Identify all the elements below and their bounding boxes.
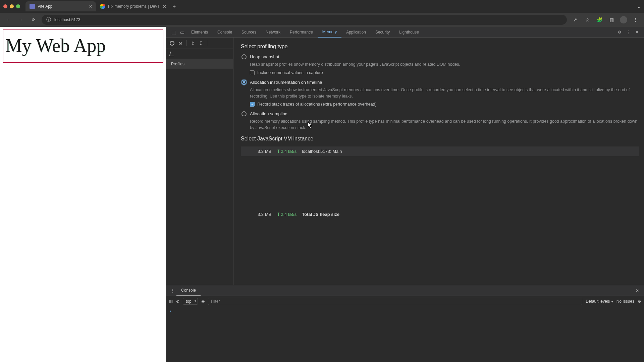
memory-panel: Select profiling type Heap snapshot Heap… bbox=[233, 38, 644, 285]
devtools: ⬚ ▭ Elements Console Sources Network Per… bbox=[166, 27, 644, 362]
radio-icon[interactable] bbox=[241, 111, 247, 116]
devtools-tab-bar: ⬚ ▭ Elements Console Sources Network Per… bbox=[166, 27, 644, 38]
reload-button[interactable]: ⟳ bbox=[29, 15, 38, 24]
checkbox-label: Record stack traces of allocations (extr… bbox=[257, 102, 377, 107]
option-label: Heap snapshot bbox=[250, 54, 279, 59]
option-description: Record memory allocations using sampling… bbox=[250, 118, 639, 131]
separator bbox=[186, 40, 187, 46]
console-drawer: ⋮ Console ✕ ▥ ⊘ top ◉ Filter Default lev… bbox=[166, 285, 644, 362]
radio-icon[interactable] bbox=[241, 54, 247, 59]
option-description: Heap snapshot profiles show memory distr… bbox=[250, 61, 639, 68]
tab-lighthouse[interactable]: Lighthouse bbox=[394, 27, 424, 38]
tab-vite-app[interactable]: Vite App ✕ bbox=[25, 1, 96, 11]
vm-name: localhost:5173: Main bbox=[302, 149, 342, 154]
drawer-tab-console[interactable]: Console bbox=[176, 285, 201, 296]
log-levels-select[interactable]: Default levels ▾ bbox=[586, 299, 613, 304]
close-tab-icon[interactable]: ✕ bbox=[163, 4, 166, 9]
checkbox-icon[interactable]: ✓ bbox=[250, 102, 255, 107]
drawer-more-icon[interactable]: ⋮ bbox=[169, 288, 176, 293]
favicon-icon bbox=[30, 4, 35, 9]
tab-network[interactable]: Network bbox=[261, 27, 285, 38]
close-window-icon[interactable] bbox=[3, 4, 7, 8]
more-icon[interactable]: ⋮ bbox=[624, 30, 633, 35]
vm-total-label: Total JS heap size bbox=[302, 212, 339, 217]
profiling-type-title: Select profiling type bbox=[241, 44, 639, 50]
settings-icon[interactable]: ⚙ bbox=[615, 30, 624, 35]
collect-garbage-icon[interactable] bbox=[169, 52, 175, 56]
tab-application[interactable]: Application bbox=[341, 27, 371, 38]
checkbox-icon[interactable] bbox=[250, 70, 255, 75]
tab-sources[interactable]: Sources bbox=[237, 27, 261, 38]
zoom-icon[interactable]: ⤢ bbox=[570, 15, 580, 25]
separator bbox=[207, 40, 207, 46]
url-text: localhost:5173 bbox=[54, 17, 80, 22]
vm-size: 3.3 MB bbox=[258, 149, 271, 154]
option-description: Allocation timelines show instrumented J… bbox=[250, 87, 639, 100]
bookmark-icon[interactable]: ☆ bbox=[582, 15, 592, 25]
tab-performance[interactable]: Performance bbox=[285, 27, 318, 38]
new-tab-button[interactable]: ＋ bbox=[170, 2, 179, 11]
console-settings-icon[interactable]: ⚙ bbox=[638, 299, 641, 304]
device-toolbar-icon[interactable]: ▭ bbox=[178, 29, 186, 35]
back-button[interactable]: ← bbox=[3, 15, 13, 24]
favicon-icon bbox=[100, 4, 105, 9]
execution-context-select[interactable]: top bbox=[183, 298, 198, 305]
filter-placeholder: Filter bbox=[211, 299, 220, 304]
clear-icon[interactable]: ⊘ bbox=[178, 41, 182, 46]
vm-total-row: 3.3 MB 2.4 kB/s Total JS heap size bbox=[241, 210, 639, 217]
vm-rate: 2.4 kB/s bbox=[277, 149, 297, 154]
zoom-window-icon[interactable] bbox=[16, 4, 20, 8]
memory-toolbar: ⊘ ↥ ↧ bbox=[166, 38, 233, 49]
side-panel-icon[interactable]: ▥ bbox=[606, 15, 616, 25]
close-devtools-icon[interactable]: ✕ bbox=[633, 30, 641, 35]
option-label: Allocation sampling bbox=[250, 111, 287, 116]
profiles-header: Profiles bbox=[166, 59, 233, 69]
address-bar[interactable]: ⓘ localhost:5173 bbox=[42, 15, 567, 25]
tab-security[interactable]: Security bbox=[371, 27, 394, 38]
tab-elements[interactable]: Elements bbox=[186, 27, 213, 38]
clear-console-icon[interactable]: ⊘ bbox=[176, 299, 179, 304]
page-heading: My Web App bbox=[3, 29, 163, 63]
site-info-icon[interactable]: ⓘ bbox=[46, 17, 51, 23]
option-allocation-sampling[interactable]: Allocation sampling Record memory alloca… bbox=[241, 111, 639, 131]
avatar[interactable] bbox=[619, 15, 629, 25]
vm-instance-title: Select JavaScript VM instance bbox=[241, 136, 639, 142]
tab-title: Vite App bbox=[38, 4, 52, 9]
console-filter-input[interactable]: Filter bbox=[208, 298, 583, 305]
tab-console[interactable]: Console bbox=[213, 27, 237, 38]
option-allocation-timeline[interactable]: Allocation instrumentation on timeline A… bbox=[241, 80, 639, 107]
vm-instance-row[interactable]: 3.3 MB 2.4 kB/s localhost:5173: Main bbox=[241, 146, 639, 156]
tab-title: Fix memory problems | DevT bbox=[108, 4, 160, 9]
forward-button: → bbox=[16, 15, 25, 24]
browser-tab-strip: Vite App ✕ Fix memory problems | DevT ✕ … bbox=[0, 0, 644, 13]
close-drawer-icon[interactable]: ✕ bbox=[633, 288, 641, 293]
console-prompt-icon[interactable]: › bbox=[170, 309, 171, 313]
record-icon[interactable] bbox=[170, 41, 174, 46]
extensions-icon[interactable]: 🧩 bbox=[594, 15, 604, 25]
live-expression-icon[interactable]: ◉ bbox=[201, 299, 205, 304]
issues-status[interactable]: No Issues bbox=[616, 299, 634, 304]
window-controls bbox=[3, 4, 20, 8]
vm-total-size: 3.3 MB bbox=[258, 212, 271, 217]
inspect-icon[interactable]: ⬚ bbox=[169, 29, 178, 35]
memory-sidebar: ⊘ ↥ ↧ Profiles bbox=[166, 38, 233, 285]
checkbox-label: Include numerical values in capture bbox=[257, 70, 323, 75]
console-sidebar-toggle-icon[interactable]: ▥ bbox=[169, 299, 173, 304]
page-preview: My Web App bbox=[0, 27, 166, 362]
vm-total-rate: 2.4 kB/s bbox=[277, 212, 297, 217]
minimize-window-icon[interactable] bbox=[10, 4, 14, 8]
tab-memory[interactable]: Memory bbox=[318, 27, 341, 38]
tab-devtools-docs[interactable]: Fix memory problems | DevT ✕ bbox=[96, 1, 170, 11]
option-label: Allocation instrumentation on timeline bbox=[250, 80, 322, 85]
address-bar-row: ← → ⟳ ⓘ localhost:5173 ⤢ ☆ 🧩 ▥ ⋮ bbox=[0, 13, 644, 27]
load-profile-icon[interactable]: ↥ bbox=[191, 41, 195, 46]
option-include-numerical[interactable]: Include numerical values in capture bbox=[250, 70, 639, 75]
radio-icon[interactable] bbox=[241, 80, 247, 85]
option-record-stack-traces[interactable]: ✓ Record stack traces of allocations (ex… bbox=[250, 102, 639, 107]
close-tab-icon[interactable]: ✕ bbox=[89, 4, 93, 9]
menu-icon[interactable]: ⋮ bbox=[631, 15, 641, 25]
save-profile-icon[interactable]: ↧ bbox=[199, 41, 203, 46]
option-heap-snapshot[interactable]: Heap snapshot Heap snapshot profiles sho… bbox=[241, 54, 639, 75]
chevron-down-icon[interactable]: ⌄ bbox=[634, 1, 644, 11]
